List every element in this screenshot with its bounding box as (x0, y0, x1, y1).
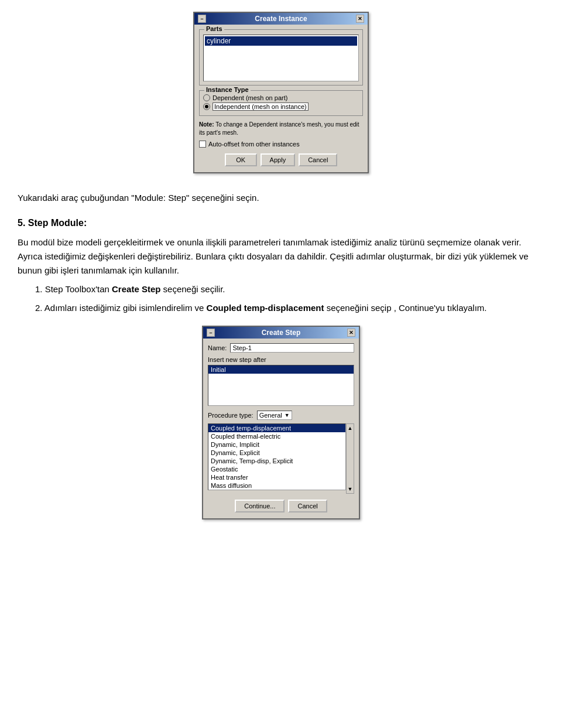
intro-text-section: Yukarıdaki araç çubuğundan "Module: Step… (18, 191, 544, 205)
dialog1-buttons: OK Apply Cancel (199, 151, 363, 168)
instance-type-label: Instance Type (204, 86, 251, 93)
create-instance-dialog: – Create Instance ✕ Parts cylinder Insta… (193, 12, 369, 173)
step2-after: seçeneğini seçip , Continue'yu tıklayalı… (324, 303, 486, 313)
step1-text: Step Toolbox'tan (45, 284, 112, 294)
step-list[interactable]: Initial (208, 365, 354, 406)
scroll-up-icon[interactable]: ▲ (348, 425, 353, 431)
radio-independent-label: Independent (mesh on instance) (213, 102, 309, 111)
note-text: To change a Dependent instance's mesh, y… (199, 121, 359, 136)
procedure-list-container: Coupled temp-displacement Coupled therma… (208, 423, 354, 494)
procedure-row: Procedure type: General ▼ (208, 411, 354, 420)
step1-bold: Create Step (112, 284, 160, 294)
parts-list-item[interactable]: cylinder (205, 36, 357, 46)
procedure-item-coupled-temp[interactable]: Coupled temp-displacement (208, 424, 345, 432)
procedure-value: General (259, 412, 282, 419)
parts-group: Parts cylinder (199, 29, 363, 86)
step-title-close-icon[interactable]: ✕ (347, 329, 355, 337)
radio-independent-row: Independent (mesh on instance) (203, 102, 359, 111)
dialog-body: Parts cylinder Instance Type Dependent (… (194, 25, 368, 172)
ok-button[interactable]: OK (225, 153, 257, 166)
name-label: Name: (208, 344, 227, 351)
procedure-scrollbar[interactable]: ▲ ▼ (346, 423, 354, 494)
step1-item: 1. Step Toolbox'tan Create Step seçeneği… (35, 282, 544, 296)
procedure-item-coupled-thermal[interactable]: Coupled thermal-electric (208, 432, 345, 440)
step2-item: 2. Adımları istediğimiz gibi isimlendire… (35, 301, 544, 315)
procedure-select[interactable]: General ▼ (257, 411, 292, 420)
insert-label: Insert new step after (208, 356, 354, 363)
note-box: Note: To change a Dependent instance's m… (199, 121, 363, 137)
radio-dependent[interactable] (203, 94, 210, 101)
scroll-down-icon[interactable]: ▼ (348, 486, 353, 492)
cancel-button[interactable]: Cancel (299, 153, 337, 166)
note-prefix: Note: (199, 121, 214, 128)
section5-heading: 5. Step Module: (18, 216, 544, 231)
procedure-item-dynamic-implicit[interactable]: Dynamic, Implicit (208, 440, 345, 449)
radio-dependent-row: Dependent (mesh on part) (203, 94, 359, 101)
procedure-item-dynamic-tempdisp[interactable]: Dynamic, Temp-disp, Explicit (208, 457, 345, 465)
apply-button[interactable]: Apply (261, 153, 296, 166)
auto-offset-label: Auto-offset from other instances (208, 141, 300, 148)
continue-button[interactable]: Continue... (235, 500, 285, 512)
step-list-item-initial[interactable]: Initial (208, 365, 354, 374)
radio-independent[interactable] (203, 103, 210, 110)
chevron-down-icon: ▼ (285, 412, 290, 418)
step-cancel-button[interactable]: Cancel (288, 500, 327, 512)
step1-num: 1. (35, 284, 43, 294)
dialog-titlebar: – Create Instance ✕ (194, 13, 368, 25)
instance-type-group: Instance Type Dependent (mesh on part) I… (199, 90, 363, 116)
auto-offset-checkbox[interactable] (199, 141, 206, 148)
intro-paragraph: Yukarıdaki araç çubuğundan "Module: Step… (18, 191, 544, 205)
procedure-item-dynamic-explicit[interactable]: Dynamic, Explicit (208, 449, 345, 457)
section5: 5. Step Module: Bu modül bize modeli ger… (18, 216, 544, 315)
procedure-item-heat-transfer[interactable]: Heat transfer (208, 473, 345, 481)
dialog-title: Create Instance (255, 15, 307, 23)
step-title-minimize-icon[interactable]: – (207, 329, 215, 337)
radio-dependent-label: Dependent (mesh on part) (213, 94, 287, 101)
auto-offset-row: Auto-offset from other instances (199, 141, 363, 148)
create-instance-dialog-wrapper: – Create Instance ✕ Parts cylinder Insta… (18, 12, 544, 173)
name-input[interactable]: Step-1 (230, 343, 354, 353)
step-dialog-buttons: Continue... Cancel (208, 497, 354, 514)
procedure-item-geostatic[interactable]: Geostatic (208, 465, 345, 473)
parts-label: Parts (204, 25, 224, 32)
step1-after: seçeneği seçilir. (160, 284, 225, 294)
section5-para1: Bu modül bize modeli gerçekleitirmek ve … (18, 235, 544, 278)
procedure-list[interactable]: Coupled temp-displacement Coupled therma… (208, 423, 346, 490)
step2-text: Adımları istediğimiz gibi isimlendirelim… (44, 303, 207, 313)
create-step-dialog-wrapper: – Create Step ✕ Name: Step-1 Insert new … (18, 326, 544, 519)
procedure-label: Procedure type: (208, 412, 253, 419)
title-close-icon[interactable]: ✕ (356, 15, 364, 23)
step-dialog-titlebar: – Create Step ✕ (203, 327, 359, 339)
name-row: Name: Step-1 (208, 343, 354, 353)
step2-num: 2. (35, 303, 43, 313)
step-dialog-title: Create Step (262, 329, 301, 337)
parts-list[interactable]: cylinder (203, 35, 359, 81)
step2-bold: Coupled temp-displacement (207, 303, 324, 313)
step-dialog-body: Name: Step-1 Insert new step after Initi… (203, 339, 359, 518)
create-step-dialog: – Create Step ✕ Name: Step-1 Insert new … (202, 326, 360, 519)
title-minimize-icon[interactable]: – (198, 15, 206, 23)
procedure-item-mass-diffusion[interactable]: Mass diffusion (208, 481, 345, 490)
